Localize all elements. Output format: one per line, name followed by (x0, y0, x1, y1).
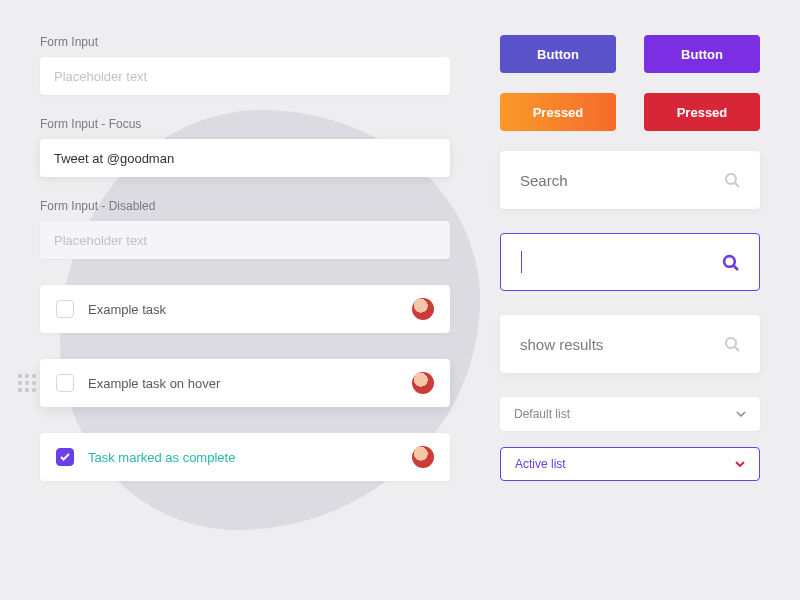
search-icon (724, 172, 740, 188)
task-checkbox[interactable] (56, 374, 74, 392)
svg-point-0 (726, 174, 736, 184)
chevron-down-icon (736, 411, 746, 417)
svg-line-3 (734, 265, 738, 269)
pressed-button-orange[interactable]: Pressed (500, 93, 616, 131)
task-row-default[interactable]: Example task (40, 285, 450, 333)
primary-button-violet[interactable]: Button (644, 35, 760, 73)
form-input-focus: Form Input - Focus (40, 117, 450, 177)
search-box-default[interactable] (500, 151, 760, 209)
svg-point-2 (724, 256, 735, 267)
chevron-down-icon (735, 461, 745, 467)
select-default[interactable]: Default list (500, 397, 760, 431)
pressed-button-red[interactable]: Pressed (644, 93, 760, 131)
form-input-disabled: Form Input - Disabled (40, 199, 450, 259)
form-label-default: Form Input (40, 35, 450, 49)
task-label: Task marked as complete (88, 450, 412, 465)
task-checkbox[interactable] (56, 300, 74, 318)
primary-button-indigo[interactable]: Button (500, 35, 616, 73)
search-box-results[interactable] (500, 315, 760, 373)
form-input-default: Form Input (40, 35, 450, 95)
svg-point-4 (726, 338, 736, 348)
svg-line-5 (735, 347, 739, 351)
drag-handle-icon[interactable] (18, 374, 36, 392)
form-label-disabled: Form Input - Disabled (40, 199, 450, 213)
select-active[interactable]: Active list (500, 447, 760, 481)
search-results-text[interactable] (520, 336, 724, 353)
task-row-complete[interactable]: Task marked as complete (40, 433, 450, 481)
input-disabled (40, 221, 450, 259)
task-row-hover[interactable]: Example task on hover (40, 359, 450, 407)
task-checkbox-checked[interactable] (56, 448, 74, 466)
input-default[interactable] (40, 57, 450, 95)
input-focus[interactable] (40, 139, 450, 177)
text-cursor-icon (521, 251, 522, 273)
form-label-focus: Form Input - Focus (40, 117, 450, 131)
search-icon[interactable] (722, 254, 739, 271)
task-label: Example task (88, 302, 412, 317)
search-input[interactable] (520, 172, 724, 189)
search-box-active[interactable] (500, 233, 760, 291)
select-label: Active list (515, 457, 566, 471)
avatar-icon (412, 446, 434, 468)
svg-line-1 (735, 183, 739, 187)
select-label: Default list (514, 407, 570, 421)
search-icon[interactable] (724, 336, 740, 352)
avatar-icon (412, 372, 434, 394)
task-label: Example task on hover (88, 376, 412, 391)
avatar-icon (412, 298, 434, 320)
